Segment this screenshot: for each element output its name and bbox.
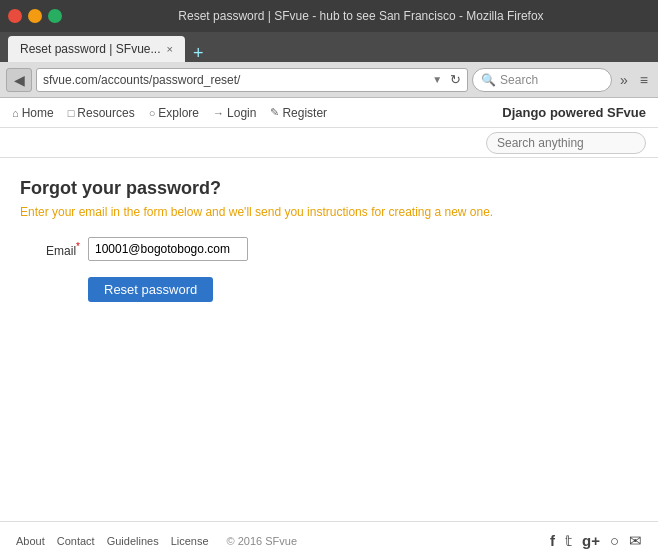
nav-explore-label: Explore bbox=[158, 106, 199, 120]
menu-button[interactable]: ≡ bbox=[636, 72, 652, 88]
main-content: Forgot your password? Enter your email i… bbox=[0, 158, 658, 538]
browser-search-bar[interactable]: 🔍 Search bbox=[472, 68, 612, 92]
window-controls[interactable] bbox=[8, 9, 62, 23]
new-tab-button[interactable]: + bbox=[185, 44, 212, 62]
tab-close-button[interactable]: × bbox=[167, 43, 173, 55]
url-bar[interactable]: sfvue.com/accounts/password_reset/ ▼ ↻ bbox=[36, 68, 468, 92]
tab-label: Reset password | SFvue... bbox=[20, 42, 161, 56]
forgot-subtitle: Enter your email in the form below and w… bbox=[20, 205, 638, 219]
site-brand: Django powered SFvue bbox=[502, 105, 646, 120]
url-text: sfvue.com/accounts/password_reset/ bbox=[43, 73, 428, 87]
navbar: ◀ sfvue.com/accounts/password_reset/ ▼ ↻… bbox=[0, 62, 658, 98]
close-window-button[interactable] bbox=[8, 9, 22, 23]
footer-links: About Contact Guidelines License © 2016 … bbox=[16, 535, 550, 547]
footer-license-link[interactable]: License bbox=[171, 535, 209, 547]
back-button[interactable]: ◀ bbox=[6, 68, 32, 92]
maximize-window-button[interactable] bbox=[48, 9, 62, 23]
nav-register-label: Register bbox=[282, 106, 327, 120]
email-label: Email* bbox=[20, 241, 80, 258]
nav-register-link[interactable]: ✎ Register bbox=[270, 106, 327, 120]
footer-contact-link[interactable]: Contact bbox=[57, 535, 95, 547]
footer: About Contact Guidelines License © 2016 … bbox=[0, 521, 658, 559]
refresh-button[interactable]: ↻ bbox=[450, 72, 461, 87]
nav-resources-label: Resources bbox=[77, 106, 134, 120]
email-icon[interactable]: ✉ bbox=[629, 532, 642, 550]
back-icon: ◀ bbox=[14, 72, 25, 88]
login-icon: → bbox=[213, 107, 224, 119]
form-actions: Reset password bbox=[88, 277, 638, 302]
github-icon[interactable]: ○ bbox=[610, 532, 619, 550]
register-icon: ✎ bbox=[270, 106, 279, 119]
nav-login-label: Login bbox=[227, 106, 256, 120]
nav-home-link[interactable]: ⌂ Home bbox=[12, 106, 54, 120]
home-icon: ⌂ bbox=[12, 107, 19, 119]
footer-guidelines-link[interactable]: Guidelines bbox=[107, 535, 159, 547]
footer-social-icons: f 𝕥 g+ ○ ✉ bbox=[550, 532, 642, 550]
googleplus-icon[interactable]: g+ bbox=[582, 532, 600, 550]
active-tab[interactable]: Reset password | SFvue... × bbox=[8, 36, 185, 62]
more-button[interactable]: » bbox=[616, 72, 632, 88]
footer-about-link[interactable]: About bbox=[16, 535, 45, 547]
search-anything-input[interactable] bbox=[486, 132, 646, 154]
resources-icon: □ bbox=[68, 107, 75, 119]
url-dropdown-icon[interactable]: ▼ bbox=[432, 74, 442, 85]
email-field-row: Email* bbox=[20, 237, 638, 261]
nav-home-label: Home bbox=[22, 106, 54, 120]
search-icon: 🔍 bbox=[481, 73, 496, 87]
search-placeholder: Search bbox=[500, 73, 538, 87]
titlebar: Reset password | SFvue - hub to see San … bbox=[0, 0, 658, 32]
tabbar: Reset password | SFvue... × + bbox=[0, 32, 658, 62]
nav-login-link[interactable]: → Login bbox=[213, 106, 256, 120]
explore-icon: ○ bbox=[149, 107, 156, 119]
window-title: Reset password | SFvue - hub to see San … bbox=[72, 9, 650, 23]
nav-explore-link[interactable]: ○ Explore bbox=[149, 106, 199, 120]
site-navigation: ⌂ Home □ Resources ○ Explore → Login ✎ R… bbox=[0, 98, 658, 128]
site-nav-links: ⌂ Home □ Resources ○ Explore → Login ✎ R… bbox=[12, 106, 502, 120]
facebook-icon[interactable]: f bbox=[550, 532, 555, 550]
page-wrapper: Forgot your password? Enter your email i… bbox=[20, 178, 638, 518]
email-input[interactable] bbox=[88, 237, 248, 261]
minimize-window-button[interactable] bbox=[28, 9, 42, 23]
nav-resources-link[interactable]: □ Resources bbox=[68, 106, 135, 120]
twitter-icon[interactable]: 𝕥 bbox=[565, 532, 572, 550]
search-anything-bar bbox=[0, 128, 658, 158]
footer-copyright: © 2016 SFvue bbox=[227, 535, 297, 547]
forgot-title: Forgot your password? bbox=[20, 178, 638, 199]
reset-password-button[interactable]: Reset password bbox=[88, 277, 213, 302]
